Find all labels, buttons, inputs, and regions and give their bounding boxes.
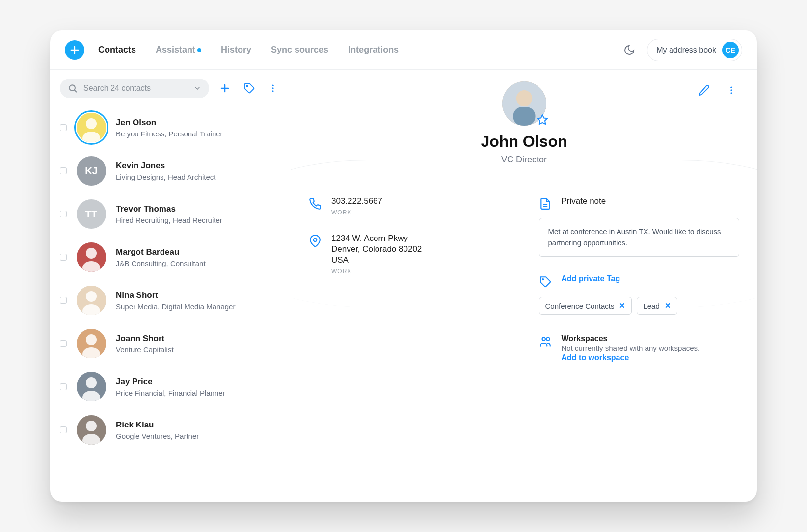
svg-point-38	[546, 337, 550, 341]
note-icon	[539, 197, 552, 210]
address-row[interactable]: 1234 W. Acorn PkwyDenver, Colorado 80202…	[309, 234, 510, 275]
contact-name: Jen Olson	[116, 118, 223, 128]
tag-icon	[539, 275, 552, 288]
tag-remove-icon[interactable]: ✕	[665, 301, 671, 310]
contact-row[interactable]: Nina ShortSuper Media, Digital Media Man…	[60, 279, 281, 322]
contact-checkbox[interactable]	[60, 383, 67, 390]
phone-row[interactable]: 303.222.5667 WORK	[309, 196, 510, 216]
note-text[interactable]: Met at conference in Austin TX. Would li…	[539, 218, 740, 257]
body: Jen OlsonBe you Fitness, Personal Traine…	[50, 70, 757, 502]
svg-point-9	[86, 118, 97, 129]
app-logo[interactable]	[65, 40, 84, 60]
left-column: 303.222.5667 WORK 1234 W. Acorn PkwyDenv…	[309, 196, 510, 362]
svg-point-33	[314, 239, 317, 242]
chevron-down-icon[interactable]	[193, 84, 201, 92]
nav-item-history[interactable]: History	[221, 45, 251, 55]
contact-avatar[interactable]: KJ	[77, 156, 106, 186]
contact-avatar[interactable]	[77, 113, 106, 142]
topbar-right: My address book CE	[620, 39, 742, 61]
svg-point-15	[86, 291, 97, 302]
contact-row[interactable]: Jay PricePrice Financial, Financial Plan…	[60, 365, 281, 408]
info-grid: 303.222.5667 WORK 1234 W. Acorn PkwyDenv…	[309, 196, 739, 362]
contact-subtitle: Super Media, Digital Media Manager	[116, 302, 235, 311]
tag-label: Lead	[643, 302, 659, 310]
contact-name: Nina Short	[116, 291, 235, 300]
contact-meta: Nina ShortSuper Media, Digital Media Man…	[116, 291, 235, 311]
contact-row[interactable]: Joann ShortVenture Capitalist	[60, 322, 281, 365]
sidebar-tools	[60, 79, 281, 103]
svg-point-18	[86, 334, 97, 345]
search-field[interactable]	[60, 79, 209, 98]
contact-subtitle: Google Ventures, Partner	[116, 432, 199, 440]
nav-item-sync-sources[interactable]: Sync sources	[271, 45, 328, 55]
contact-avatar[interactable]	[77, 372, 106, 401]
contact-subtitle: Be you Fitness, Personal Trainer	[116, 130, 223, 138]
contact-checkbox[interactable]	[60, 254, 67, 261]
contact-meta: Jen OlsonBe you Fitness, Personal Traine…	[116, 118, 223, 138]
add-tag-link[interactable]: Add private Tag	[562, 274, 620, 283]
contact-name: Kevin Jones	[116, 161, 215, 171]
app-window: ContactsAssistantHistorySync sourcesInte…	[50, 30, 757, 502]
workspace-selector[interactable]: My address book CE	[647, 39, 742, 61]
add-tag-row[interactable]: Add private Tag	[539, 274, 740, 290]
contact-avatar[interactable]	[77, 329, 106, 358]
svg-point-24	[86, 421, 97, 431]
contact-row[interactable]: Margot BardeauJ&B Consulting, Consultant	[60, 236, 281, 279]
topbar: ContactsAssistantHistorySync sourcesInte…	[50, 30, 757, 70]
nav-item-integrations[interactable]: Integrations	[348, 45, 399, 55]
svg-rect-31	[513, 107, 535, 126]
add-contact-button[interactable]	[216, 80, 234, 97]
contact-row[interactable]: TTTrevor ThomasHired Recruiting, Head Re…	[60, 192, 281, 236]
nav-item-contacts[interactable]: Contacts	[98, 45, 136, 55]
contact-checkbox[interactable]	[60, 297, 67, 304]
address-line: 1234 W. Acorn Pkwy	[331, 234, 422, 243]
contact-checkbox[interactable]	[60, 211, 67, 217]
contact-meta: Joann ShortVenture Capitalist	[116, 334, 174, 354]
address-label: WORK	[331, 268, 422, 275]
tag-chip[interactable]: Conference Contacts✕	[539, 297, 632, 315]
contact-checkbox[interactable]	[60, 340, 67, 347]
star-icon[interactable]	[537, 114, 548, 126]
phone-label: WORK	[331, 209, 382, 216]
address-line: Denver, Colorado 80202	[331, 244, 422, 254]
contact-checkbox[interactable]	[60, 167, 67, 174]
contact-name: Jay Price	[116, 377, 225, 387]
svg-point-6	[272, 87, 273, 89]
contact-row[interactable]: Jen OlsonBe you Fitness, Personal Traine…	[60, 106, 281, 149]
contact-avatar[interactable]	[77, 415, 106, 445]
contact-name: Trevor Thomas	[116, 204, 222, 214]
nav-item-assistant[interactable]: Assistant	[156, 45, 201, 55]
contact-avatar[interactable]: TT	[77, 199, 106, 229]
contact-checkbox[interactable]	[60, 124, 67, 131]
more-button[interactable]	[265, 80, 281, 96]
svg-point-7	[272, 90, 273, 92]
workspaces-title: Workspaces	[562, 334, 700, 343]
moon-icon	[623, 44, 635, 56]
tag-remove-icon[interactable]: ✕	[619, 301, 625, 310]
tag-icon	[243, 82, 255, 94]
contact-name: Margot Bardeau	[116, 247, 206, 257]
address-line: USA	[331, 255, 422, 265]
contacts-sidebar: Jen OlsonBe you Fitness, Personal Traine…	[50, 70, 291, 502]
contact-meta: Jay PricePrice Financial, Financial Plan…	[116, 377, 225, 397]
contact-meta: Margot BardeauJ&B Consulting, Consultant	[116, 247, 206, 267]
svg-point-12	[86, 248, 97, 259]
theme-toggle[interactable]	[620, 41, 638, 59]
svg-point-36	[542, 279, 543, 280]
nav-notification-dot	[197, 48, 201, 52]
contact-avatar[interactable]	[77, 286, 106, 315]
contact-row[interactable]: Rick KlauGoogle Ventures, Partner	[60, 408, 281, 452]
workspaces-row: Workspaces Not currently shared with any…	[539, 334, 740, 362]
user-avatar-badge: CE	[722, 42, 739, 58]
right-column: Private note Met at conference in Austin…	[539, 196, 740, 362]
contact-checkbox[interactable]	[60, 426, 67, 433]
add-to-workspace-link[interactable]: Add to workspace	[562, 353, 700, 362]
tag-label: Conference Contacts	[545, 302, 615, 310]
tag-chip[interactable]: Lead✕	[637, 297, 677, 315]
tag-button[interactable]	[241, 80, 258, 97]
contact-row[interactable]: KJKevin JonesLiving Designs, Head Archit…	[60, 149, 281, 192]
search-input[interactable]	[83, 84, 188, 93]
contact-meta: Trevor ThomasHired Recruiting, Head Recr…	[116, 204, 222, 224]
contact-avatar[interactable]	[77, 242, 106, 272]
contact-list[interactable]: Jen OlsonBe you Fitness, Personal Traine…	[60, 103, 281, 502]
